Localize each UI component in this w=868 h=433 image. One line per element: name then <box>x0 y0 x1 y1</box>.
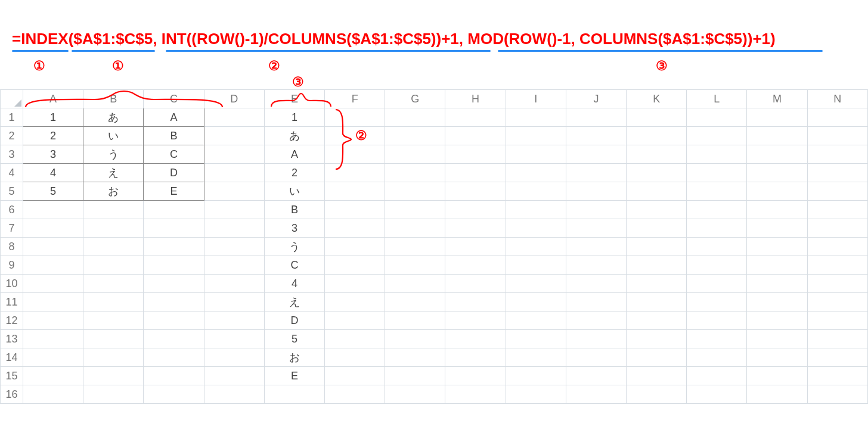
cell[interactable] <box>144 367 204 385</box>
cell[interactable]: 4 <box>264 275 324 293</box>
cell[interactable]: お <box>264 348 324 367</box>
cell[interactable] <box>204 275 264 293</box>
cell[interactable] <box>445 348 506 367</box>
cell[interactable] <box>506 182 566 201</box>
cell[interactable] <box>23 201 83 219</box>
cell[interactable] <box>566 330 626 348</box>
cell[interactable] <box>687 201 747 219</box>
cell[interactable] <box>506 311 566 330</box>
cell[interactable] <box>566 385 626 404</box>
cell[interactable] <box>204 164 264 182</box>
col-header[interactable]: K <box>627 90 687 108</box>
select-all-corner[interactable] <box>1 90 23 108</box>
cell[interactable] <box>23 275 83 293</box>
row-header[interactable]: 16 <box>1 385 23 404</box>
cell[interactable] <box>385 256 445 275</box>
cell[interactable]: 5 <box>264 330 324 348</box>
cell[interactable] <box>144 311 204 330</box>
cell[interactable]: B <box>264 201 324 219</box>
cell[interactable] <box>687 311 747 330</box>
cell[interactable] <box>264 385 324 404</box>
cell[interactable] <box>325 238 385 256</box>
cell[interactable]: 5 <box>23 182 83 201</box>
cell[interactable] <box>83 367 144 385</box>
cell[interactable] <box>627 182 687 201</box>
cell[interactable] <box>83 238 144 256</box>
cell[interactable] <box>445 367 506 385</box>
cell[interactable] <box>807 219 867 238</box>
cell[interactable] <box>325 201 385 219</box>
cell[interactable] <box>325 182 385 201</box>
cell[interactable] <box>325 275 385 293</box>
row-header[interactable]: 14 <box>1 348 23 367</box>
cell[interactable] <box>627 145 687 164</box>
cell[interactable] <box>144 385 204 404</box>
cell[interactable] <box>385 127 445 145</box>
row-header[interactable]: 8 <box>1 238 23 256</box>
row-header[interactable]: 9 <box>1 256 23 275</box>
cell[interactable] <box>687 145 747 164</box>
cell[interactable] <box>445 256 506 275</box>
cell[interactable] <box>747 108 807 127</box>
cell[interactable] <box>385 238 445 256</box>
cell[interactable] <box>325 164 385 182</box>
cell[interactable] <box>385 182 445 201</box>
cell[interactable] <box>627 108 687 127</box>
cell[interactable] <box>747 293 807 311</box>
cell[interactable] <box>325 348 385 367</box>
cell[interactable] <box>23 367 83 385</box>
cell[interactable] <box>204 256 264 275</box>
cell[interactable] <box>445 385 506 404</box>
cell[interactable] <box>807 108 867 127</box>
cell[interactable] <box>144 330 204 348</box>
cell[interactable] <box>747 127 807 145</box>
cell[interactable] <box>83 201 144 219</box>
cell[interactable] <box>506 275 566 293</box>
row-header[interactable]: 2 <box>1 127 23 145</box>
cell[interactable] <box>385 108 445 127</box>
row-header[interactable]: 15 <box>1 367 23 385</box>
cell[interactable] <box>566 367 626 385</box>
cell[interactable] <box>83 219 144 238</box>
cell[interactable] <box>807 164 867 182</box>
cell[interactable] <box>204 238 264 256</box>
col-header[interactable]: G <box>385 90 445 108</box>
cell[interactable] <box>23 238 83 256</box>
cell[interactable] <box>23 311 83 330</box>
cell[interactable] <box>687 182 747 201</box>
cell[interactable] <box>83 293 144 311</box>
cell[interactable] <box>385 385 445 404</box>
cell[interactable] <box>83 311 144 330</box>
row-header[interactable]: 7 <box>1 219 23 238</box>
cell[interactable] <box>144 238 204 256</box>
cell[interactable] <box>687 108 747 127</box>
col-header[interactable]: M <box>747 90 807 108</box>
cell[interactable] <box>627 275 687 293</box>
row-header[interactable]: 11 <box>1 293 23 311</box>
cell[interactable] <box>627 127 687 145</box>
cell[interactable]: い <box>264 182 324 201</box>
cell[interactable] <box>83 330 144 348</box>
cell[interactable] <box>687 385 747 404</box>
cell[interactable] <box>627 219 687 238</box>
cell[interactable] <box>627 311 687 330</box>
cell[interactable] <box>445 219 506 238</box>
cell[interactable] <box>566 219 626 238</box>
cell[interactable] <box>385 275 445 293</box>
cell[interactable] <box>566 145 626 164</box>
cell[interactable]: E <box>144 182 204 201</box>
cell[interactable] <box>687 256 747 275</box>
cell[interactable] <box>385 164 445 182</box>
col-header[interactable]: B <box>83 90 144 108</box>
row-header[interactable]: 13 <box>1 330 23 348</box>
cell[interactable] <box>204 367 264 385</box>
cell[interactable] <box>747 311 807 330</box>
cell[interactable] <box>566 275 626 293</box>
row-header[interactable]: 4 <box>1 164 23 182</box>
cell[interactable]: C <box>144 145 204 164</box>
cell[interactable] <box>807 145 867 164</box>
cell[interactable] <box>445 164 506 182</box>
cell[interactable] <box>687 238 747 256</box>
cell[interactable] <box>385 330 445 348</box>
cell[interactable] <box>566 127 626 145</box>
